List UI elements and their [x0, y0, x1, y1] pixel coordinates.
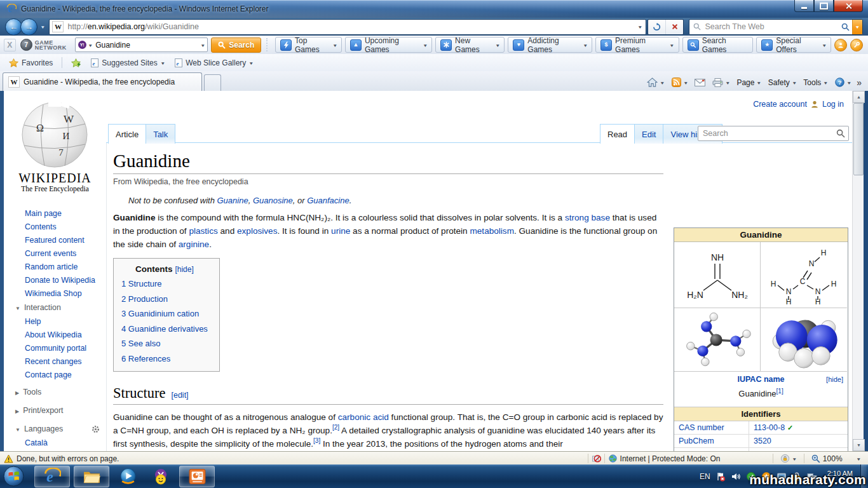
scroll-down-button[interactable] — [853, 439, 865, 451]
taskbar-item-powerpoint[interactable] — [179, 466, 215, 487]
iupac-hide-link[interactable]: [hide] — [826, 376, 843, 383]
help-button[interactable]: ? — [834, 77, 852, 88]
language-item-catala[interactable]: Català — [25, 438, 100, 447]
toolbar-button-addicting-games[interactable]: ♥ Addicting Games — [508, 37, 592, 53]
browser-tab[interactable]: W Guanidine - Wikipedia, the free encycl… — [3, 72, 202, 91]
languages-header[interactable]: Languages — [15, 424, 100, 433]
forward-button[interactable]: → — [20, 18, 37, 36]
pubchem-value-link[interactable]: 3520 — [754, 437, 771, 445]
web-search-input[interactable] — [703, 22, 838, 32]
create-account-link[interactable]: Create account — [753, 100, 807, 109]
space-filling-model-image[interactable] — [761, 308, 847, 372]
sidebar-item-community-portal[interactable]: Community portal — [25, 344, 101, 353]
sidebar-item-about-wikipedia[interactable]: About Wikipedia — [25, 330, 101, 339]
iupac-name-link[interactable]: IUPAC name — [737, 375, 784, 384]
link-metabolism[interactable]: metabolism — [470, 226, 514, 236]
account-icon[interactable] — [834, 39, 847, 51]
warning-icon[interactable] — [4, 454, 13, 463]
start-button[interactable] — [3, 466, 24, 487]
link-explosives[interactable]: explosives — [237, 226, 277, 236]
reference-link[interactable]: [2] — [332, 424, 339, 431]
toc-hide-link[interactable]: [hide] — [175, 265, 193, 274]
sidebar-section-print-export[interactable]: Print/export — [15, 406, 64, 415]
tools-menu[interactable]: Tools — [802, 78, 829, 88]
suggested-sites-button[interactable]: e Suggested Sites — [88, 57, 167, 69]
close-button[interactable] — [834, 0, 863, 12]
toolbar-search-button[interactable]: Search — [211, 37, 261, 53]
toolbar-button-new-games[interactable]: New Games — [435, 37, 505, 53]
page-menu[interactable]: Page — [735, 78, 762, 88]
toolbar-button-upcoming-games[interactable]: ▲ Upcoming Games — [345, 37, 432, 53]
cas-value-link[interactable]: 113-00-8 — [754, 423, 785, 432]
sidebar-item-random-article[interactable]: Random article — [25, 262, 95, 271]
taskbar-item-yahoo-messenger[interactable] — [146, 466, 175, 487]
address-bar[interactable]: W http://en.wikipedia.org/wiki/Guanidine — [49, 19, 646, 35]
taskbar-item-windows-explorer[interactable] — [74, 466, 109, 487]
sidebar-item-contact-page[interactable]: Contact page — [25, 370, 101, 379]
read-mail-button[interactable] — [693, 78, 707, 87]
toolbar-button-special-offers[interactable]: ★ Special Offers — [756, 37, 831, 53]
help-dropdown-caret[interactable] — [847, 78, 851, 87]
address-dropdown[interactable] — [634, 21, 646, 32]
wikipedia-wordmark[interactable]: WIKIPEDIA — [4, 171, 106, 186]
inprivate-filter-button[interactable] — [776, 454, 800, 463]
print-button[interactable] — [711, 78, 731, 88]
taskbar-item-internet-explorer[interactable]: e — [34, 466, 70, 487]
home-button[interactable] — [646, 77, 665, 88]
popup-blocked-icon[interactable] — [592, 454, 601, 463]
sidebar-item-wikimedia-shop[interactable]: Wikimedia Shop — [25, 289, 95, 298]
log-in-link[interactable]: Log in — [822, 100, 844, 109]
toolbar-button-search-games[interactable]: Search Games — [682, 37, 754, 53]
toolbar-button-premium-games[interactable]: $ Premium Games — [595, 37, 679, 53]
favorites-button[interactable]: Favorites — [6, 57, 55, 69]
feeds-dropdown-caret[interactable] — [684, 78, 688, 87]
stop-button[interactable] — [665, 20, 683, 34]
sidebar-item-contents[interactable]: Contents — [25, 222, 95, 231]
edit-section-link[interactable]: [edit] — [171, 391, 188, 400]
safety-menu[interactable]: Safety — [767, 78, 797, 88]
search-go-button[interactable] — [838, 23, 852, 31]
gear-icon[interactable] — [92, 425, 100, 433]
title-bar[interactable]: e Guanidine - Wikipedia, the free encycl… — [0, 0, 868, 18]
tab-article[interactable]: Article — [108, 124, 146, 144]
tab-talk[interactable]: Talk — [146, 124, 175, 144]
new-tab-button[interactable] — [204, 74, 221, 91]
taskbar-item-media-player[interactable] — [113, 466, 142, 487]
sidebar-item-help[interactable]: Help — [25, 317, 101, 326]
toolbar-button-top-games[interactable]: Top Games — [275, 37, 342, 53]
toc-item-see-also[interactable]: 5 See also — [121, 339, 208, 348]
sidebar-item-recent-changes[interactable]: Recent changes — [25, 357, 101, 366]
link-guanfacine[interactable]: Guanfacine — [307, 196, 349, 205]
search-history-dropdown[interactable] — [201, 39, 205, 51]
language-indicator[interactable]: EN — [700, 472, 710, 481]
link-carbonic-acid[interactable]: carbonic acid — [338, 412, 389, 422]
settings-wrench-icon[interactable] — [850, 39, 863, 51]
sidebar-item-featured-content[interactable]: Featured content — [25, 236, 95, 245]
zoom-control[interactable]: 100% — [808, 454, 864, 463]
print-dropdown-caret[interactable] — [726, 78, 729, 87]
sidebar-item-main-page[interactable]: Main page — [25, 209, 95, 218]
toc-item-guanidine-derivatives[interactable]: 4 Guanidine derivatives — [121, 324, 208, 334]
game-search-field[interactable]: Y! — [75, 37, 208, 52]
link-guanosine[interactable]: Guanosine — [253, 196, 293, 205]
pubchem-link[interactable]: PubChem — [674, 435, 749, 447]
link-plastics[interactable]: plastics — [189, 226, 217, 236]
tab-edit[interactable]: Edit — [634, 124, 663, 144]
more-commands-chevron[interactable] — [857, 78, 862, 88]
reference-link[interactable]: [1] — [776, 388, 783, 395]
maximize-button[interactable] — [814, 0, 834, 12]
skeletal-formula-image[interactable]: NH H₂N NH₂ — [674, 242, 761, 308]
toc-item-structure[interactable]: 1 Structure — [121, 279, 208, 288]
web-search-box[interactable] — [689, 19, 863, 35]
wiki-search-box[interactable] — [698, 126, 849, 141]
add-favorites-button[interactable] — [69, 57, 83, 69]
tab-read[interactable]: Read — [600, 124, 635, 144]
structural-formula-image[interactable]: C N H N H H N H H — [761, 242, 847, 308]
link-urine[interactable]: urine — [331, 226, 350, 236]
reference-link[interactable]: [3] — [313, 437, 320, 444]
search-engine-dropdown[interactable] — [88, 39, 92, 51]
sidebar-item-current-events[interactable]: Current events — [25, 249, 95, 258]
game-search-input[interactable] — [94, 40, 199, 50]
sidebar-item-donate[interactable]: Donate to Wikipedia — [25, 276, 95, 285]
vertical-scrollbar[interactable] — [852, 91, 864, 451]
